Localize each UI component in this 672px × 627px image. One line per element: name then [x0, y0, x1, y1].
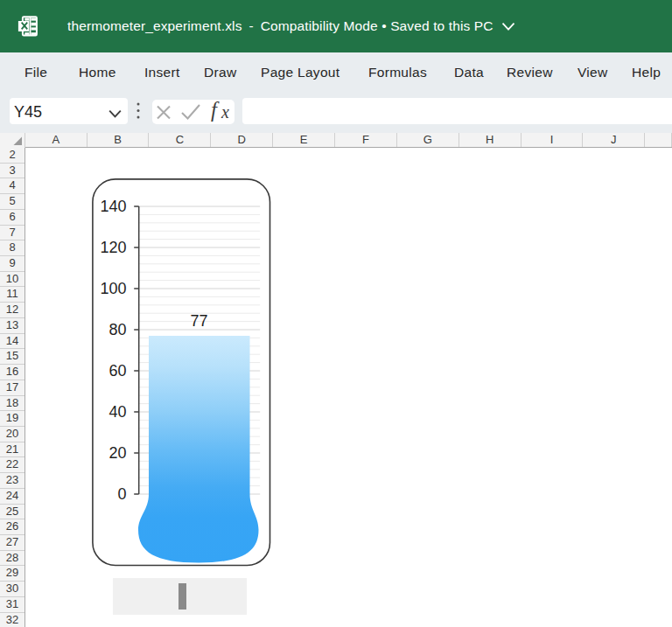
svg-text:80: 80 — [108, 321, 126, 338]
svg-text:40: 40 — [108, 403, 126, 421]
svg-text:120: 120 — [100, 239, 126, 256]
svg-text:60: 60 — [108, 362, 126, 380]
svg-text:140: 140 — [100, 198, 126, 215]
svg-text:0: 0 — [117, 485, 126, 503]
svg-text:100: 100 — [100, 280, 126, 297]
svg-text:20: 20 — [108, 444, 126, 462]
svg-text:77: 77 — [190, 312, 207, 330]
